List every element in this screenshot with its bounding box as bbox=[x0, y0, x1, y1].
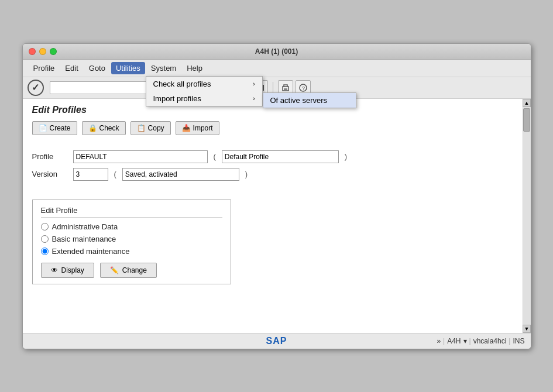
traffic-lights bbox=[29, 48, 57, 55]
window-title: A4H (1) (001) bbox=[255, 47, 298, 56]
scroll-up[interactable]: ▲ bbox=[523, 99, 531, 107]
mode: INS bbox=[513, 337, 524, 345]
title-bar: A4H (1) (001) bbox=[23, 44, 531, 60]
profile-input[interactable] bbox=[73, 150, 208, 163]
profile-row: Profile ( ) bbox=[32, 150, 519, 163]
import-submenu: Of active servers bbox=[263, 92, 356, 108]
import-button[interactable]: 📥 Import bbox=[176, 121, 219, 135]
doc-icon: 📄 bbox=[39, 124, 47, 132]
menu-item-utilities[interactable]: Utilities bbox=[111, 62, 145, 74]
radio-admin[interactable]: Administrative Data bbox=[41, 222, 222, 231]
print-icon bbox=[281, 84, 290, 92]
toolbar-separator-2 bbox=[273, 82, 273, 94]
status-bar: SAP » | A4H ▾ | vhcala4hci | INS bbox=[23, 333, 531, 349]
submenu-item-active-servers[interactable]: Of active servers bbox=[263, 93, 356, 108]
radio-basic-input[interactable] bbox=[41, 235, 49, 243]
utilities-dropdown: Check all profiles › Import profiles › O… bbox=[146, 76, 263, 106]
dropdown-item-check-profiles[interactable]: Check all profiles › bbox=[146, 77, 262, 91]
create-button[interactable]: 📄 Create bbox=[32, 121, 77, 135]
display-icon: 👁 bbox=[51, 266, 58, 274]
edit-profile-title: Edit Profile bbox=[41, 206, 222, 218]
version-row: Version ( ) bbox=[32, 168, 519, 181]
form-area: Profile ( ) Version ( ) bbox=[32, 145, 519, 191]
submenu-arrow-2: › bbox=[253, 95, 255, 102]
menu-item-goto[interactable]: Goto bbox=[84, 62, 110, 74]
maximize-button[interactable] bbox=[50, 48, 57, 55]
version-label: Version bbox=[32, 170, 67, 178]
version-desc-input[interactable] bbox=[122, 168, 239, 181]
close-button[interactable] bbox=[29, 48, 36, 55]
menu-item-system[interactable]: System bbox=[146, 62, 181, 74]
change-icon: ✏️ bbox=[110, 266, 119, 274]
scroll-thumb[interactable] bbox=[523, 108, 530, 132]
main-content: Edit Profiles 📄 Create 🔒 Check 📋 Copy 📥 bbox=[23, 99, 531, 333]
hostname: vhcala4hci bbox=[473, 337, 507, 345]
profile-desc-input[interactable] bbox=[222, 150, 339, 163]
copy-button[interactable]: 📋 Copy bbox=[130, 121, 171, 135]
help-icon: ? bbox=[299, 84, 307, 92]
status-right: » | A4H ▾ | vhcala4hci | INS bbox=[437, 337, 524, 345]
menu-item-profile[interactable]: Profile bbox=[29, 62, 60, 74]
execute-button[interactable]: ✓ bbox=[28, 80, 44, 96]
action-buttons: 📄 Create 🔒 Check 📋 Copy 📥 Import bbox=[32, 121, 519, 135]
scroll-down[interactable]: ▼ bbox=[523, 325, 531, 333]
svg-text:?: ? bbox=[302, 85, 305, 91]
radio-extended-input[interactable] bbox=[41, 247, 49, 255]
import-icon: 📥 bbox=[182, 124, 191, 132]
lock-icon: 🔒 bbox=[88, 124, 97, 132]
sap-logo: SAP bbox=[266, 336, 287, 346]
check-button[interactable]: 🔒 Check bbox=[82, 121, 126, 135]
server-code: A4H bbox=[447, 337, 461, 345]
dropdown-arrow[interactable]: ▾ bbox=[463, 337, 467, 345]
toolbar-input[interactable] bbox=[50, 81, 155, 94]
menu-item-help[interactable]: Help bbox=[182, 62, 207, 74]
scrollbar: ▲ ▼ bbox=[523, 99, 531, 333]
menu-bar: Profile Edit Goto Utilities System Help … bbox=[23, 60, 531, 77]
submenu-arrow: › bbox=[253, 81, 255, 87]
edit-buttons: 👁 Display ✏️ Change bbox=[41, 263, 222, 278]
minimize-button[interactable] bbox=[39, 48, 46, 55]
svg-rect-7 bbox=[284, 88, 287, 90]
copy-icon: 📋 bbox=[137, 124, 146, 132]
display-button[interactable]: 👁 Display bbox=[41, 263, 94, 278]
main-window: A4H (1) (001) Profile Edit Goto Utilitie… bbox=[22, 43, 531, 349]
radio-extended[interactable]: Extended maintenance bbox=[41, 247, 222, 256]
version-input[interactable] bbox=[73, 168, 108, 181]
dropdown-menu: Check all profiles › Import profiles › bbox=[146, 76, 263, 106]
dropdown-item-import-profiles[interactable]: Import profiles › bbox=[146, 91, 262, 106]
menu-item-edit[interactable]: Edit bbox=[60, 62, 83, 74]
change-button[interactable]: ✏️ Change bbox=[100, 263, 157, 278]
edit-profile-box: Edit Profile Administrative Data Basic m… bbox=[32, 200, 231, 284]
content-area: Edit Profiles 📄 Create 🔒 Check 📋 Copy 📥 bbox=[23, 99, 531, 333]
radio-basic[interactable]: Basic maintenance bbox=[41, 235, 222, 243]
radio-group: Administrative Data Basic maintenance Ex… bbox=[41, 222, 222, 256]
radio-admin-input[interactable] bbox=[41, 223, 49, 231]
profile-label: Profile bbox=[32, 152, 67, 161]
